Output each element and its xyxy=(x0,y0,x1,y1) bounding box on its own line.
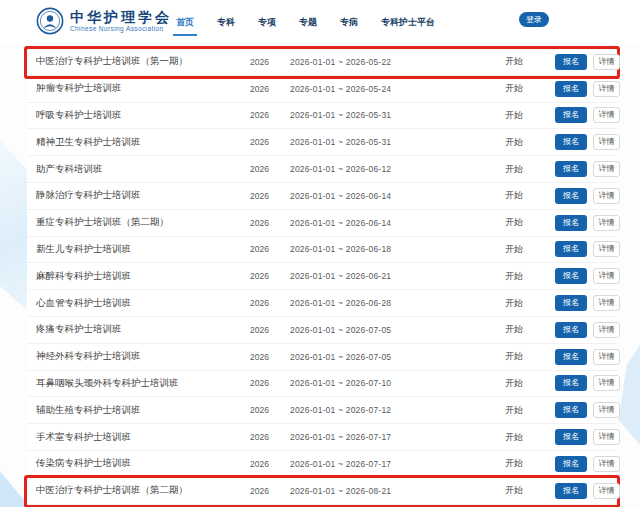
table-row: 精神卫生专科护士培训班 2026 2026-01-01 ~ 2026-05-31… xyxy=(27,129,617,156)
bg-decoration-left xyxy=(0,140,27,310)
course-name: 助产专科培训班 xyxy=(27,163,250,176)
table-row: 耳鼻咽喉头颈外科专科护士培训班 2026 2026-01-01 ~ 2026-0… xyxy=(27,371,617,398)
signup-button[interactable]: 报名 xyxy=(555,483,587,499)
details-button[interactable]: 详情 xyxy=(593,456,620,472)
course-status: 开始 xyxy=(505,270,555,283)
course-dates: 2026-01-01 ~ 2026-05-31 xyxy=(290,110,505,120)
course-dates: 2026-01-01 ~ 2026-05-24 xyxy=(290,84,505,94)
course-actions: 报名 详情 xyxy=(555,188,621,204)
course-status: 开始 xyxy=(505,404,555,417)
details-button[interactable]: 详情 xyxy=(593,188,620,204)
nav-item-首页[interactable]: 首页 xyxy=(176,10,194,35)
nav-item-专题[interactable]: 专题 xyxy=(299,10,317,35)
details-button[interactable]: 详情 xyxy=(593,107,620,123)
details-button[interactable]: 详情 xyxy=(593,322,620,338)
signup-button[interactable]: 报名 xyxy=(555,375,587,391)
signup-button[interactable]: 报名 xyxy=(555,215,587,231)
course-actions: 报名 详情 xyxy=(555,402,621,418)
details-button[interactable]: 详情 xyxy=(593,375,620,391)
course-year: 2026 xyxy=(250,244,290,254)
course-year: 2026 xyxy=(250,57,290,67)
signup-button[interactable]: 报名 xyxy=(555,349,587,365)
course-dates: 2026-01-01 ~ 2026-05-22 xyxy=(290,57,505,67)
signup-button[interactable]: 报名 xyxy=(555,188,587,204)
course-status: 开始 xyxy=(505,55,555,68)
details-button[interactable]: 详情 xyxy=(593,349,620,365)
signup-button[interactable]: 报名 xyxy=(555,161,587,177)
course-status: 开始 xyxy=(505,457,555,470)
signup-button[interactable]: 报名 xyxy=(555,456,587,472)
site-logo[interactable]: 中华护理学会 Chinese Nursing Association xyxy=(36,7,172,35)
course-year: 2026 xyxy=(250,137,290,147)
course-name: 手术室专科护士培训班 xyxy=(27,431,250,444)
signup-button[interactable]: 报名 xyxy=(555,107,587,123)
details-button[interactable]: 详情 xyxy=(593,402,620,418)
course-dates: 2026-01-01 ~ 2026-07-17 xyxy=(290,459,505,469)
details-button[interactable]: 详情 xyxy=(593,54,620,70)
table-row: 手术室专科护士培训班 2026 2026-01-01 ~ 2026-07-17 … xyxy=(27,424,617,451)
logo-title: 中华护理学会 xyxy=(70,10,172,25)
course-actions: 报名 详情 xyxy=(555,134,621,150)
details-button[interactable]: 详情 xyxy=(593,134,620,150)
course-name: 肿瘤专科护士培训班 xyxy=(27,82,250,95)
course-status: 开始 xyxy=(505,431,555,444)
course-actions: 报名 详情 xyxy=(555,107,621,123)
course-actions: 报名 详情 xyxy=(555,268,621,284)
course-year: 2026 xyxy=(250,352,290,362)
course-name: 辅助生殖专科护士培训班 xyxy=(27,404,250,417)
course-name: 中医治疗专科护士培训班（第一期） xyxy=(27,55,250,68)
nav-item-专病[interactable]: 专病 xyxy=(340,10,358,35)
course-actions: 报名 详情 xyxy=(555,215,621,231)
signup-button[interactable]: 报名 xyxy=(555,134,587,150)
signup-button[interactable]: 报名 xyxy=(555,295,587,311)
nav-item-专科[interactable]: 专科 xyxy=(217,10,235,35)
signup-button[interactable]: 报名 xyxy=(555,429,587,445)
nav-item-专项[interactable]: 专项 xyxy=(258,10,276,35)
course-dates: 2026-01-01 ~ 2026-05-31 xyxy=(290,137,505,147)
details-button[interactable]: 详情 xyxy=(593,429,620,445)
details-button[interactable]: 详情 xyxy=(593,483,620,499)
course-name: 耳鼻咽喉头颈外科专科护士培训班 xyxy=(27,377,250,390)
course-actions: 报名 详情 xyxy=(555,54,621,70)
course-year: 2026 xyxy=(250,110,290,120)
association-emblem-icon xyxy=(36,7,64,35)
details-button[interactable]: 详情 xyxy=(593,161,620,177)
nav-item-专科护士平台[interactable]: 专科护士平台 xyxy=(381,10,435,35)
course-status: 开始 xyxy=(505,377,555,390)
course-year: 2026 xyxy=(250,432,290,442)
course-dates: 2026-01-01 ~ 2026-07-17 xyxy=(290,432,505,442)
details-button[interactable]: 详情 xyxy=(593,241,620,257)
course-name: 传染病专科护士培训班 xyxy=(27,457,250,470)
course-status: 开始 xyxy=(505,350,555,363)
course-dates: 2026-01-01 ~ 2026-07-12 xyxy=(290,405,505,415)
signup-button[interactable]: 报名 xyxy=(555,402,587,418)
signup-button[interactable]: 报名 xyxy=(555,54,587,70)
signup-button[interactable]: 报名 xyxy=(555,241,587,257)
details-button[interactable]: 详情 xyxy=(593,295,620,311)
course-actions: 报名 详情 xyxy=(555,81,621,97)
course-name: 疼痛专科护士培训班 xyxy=(27,323,250,336)
course-actions: 报名 详情 xyxy=(555,375,621,391)
course-year: 2026 xyxy=(250,325,290,335)
details-button[interactable]: 详情 xyxy=(593,268,620,284)
course-status: 开始 xyxy=(505,243,555,256)
details-button[interactable]: 详情 xyxy=(593,81,620,97)
course-actions: 报名 详情 xyxy=(555,295,621,311)
course-table: 中医治疗专科护士培训班（第一期） 2026 2026-01-01 ~ 2026-… xyxy=(27,48,617,505)
course-status: 开始 xyxy=(505,136,555,149)
course-status: 开始 xyxy=(505,163,555,176)
course-dates: 2026-01-01 ~ 2026-06-21 xyxy=(290,271,505,281)
logo-text: 中华护理学会 Chinese Nursing Association xyxy=(70,10,172,32)
details-button[interactable]: 详情 xyxy=(593,215,620,231)
course-year: 2026 xyxy=(250,405,290,415)
login-button[interactable]: 登录 xyxy=(519,12,549,27)
course-dates: 2026-01-01 ~ 2026-08-21 xyxy=(290,486,505,496)
course-year: 2026 xyxy=(250,298,290,308)
course-actions: 报名 详情 xyxy=(555,161,621,177)
signup-button[interactable]: 报名 xyxy=(555,268,587,284)
main-nav: 首页 专科 专项 专题 专病 专科护士平台 xyxy=(176,0,435,44)
course-name: 重症专科护士培训班（第二期） xyxy=(27,216,250,229)
signup-button[interactable]: 报名 xyxy=(555,81,587,97)
signup-button[interactable]: 报名 xyxy=(555,322,587,338)
table-row: 助产专科培训班 2026 2026-01-01 ~ 2026-06-12 开始 … xyxy=(27,156,617,183)
